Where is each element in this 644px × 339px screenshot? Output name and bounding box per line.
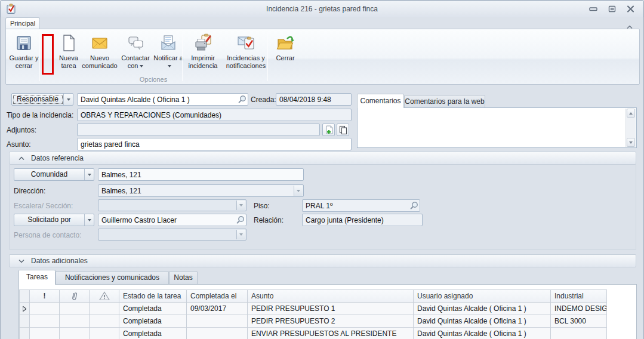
cell-asunto: PEDIR PRESUPUESTO 2: [248, 315, 414, 328]
cell-industrial: BCL 3000: [551, 315, 607, 328]
cell-usuario: David Quintas Alcalde ( Oficina 1 ): [414, 328, 551, 339]
column-header-completada[interactable]: Completada el: [187, 290, 248, 303]
envelope-icon: [90, 33, 109, 53]
section-title: Datos adicionales: [31, 257, 88, 265]
comunidad-split-button[interactable]: Comunidad: [14, 168, 94, 181]
scroll-up-icon[interactable]: [627, 109, 635, 118]
chevron-down-icon[interactable]: [19, 259, 24, 263]
comentarios-textarea[interactable]: [357, 107, 637, 148]
cell-estado: Completada: [119, 328, 187, 339]
window-controls: [588, 5, 635, 13]
ribbon: Guardar y cerrar Nueva tarea Nuevo comun…: [5, 29, 640, 85]
minimize-icon[interactable]: [588, 5, 598, 13]
column-header-asunto[interactable]: Asunto: [248, 290, 414, 303]
chevron-down-icon: [168, 65, 171, 67]
cell-estado: Completada: [119, 303, 187, 315]
cell-asunto: ENVIAR PRESUPUESTOS AL PRESIDENTE: [248, 328, 414, 339]
ribbon-group-separator: [267, 32, 268, 81]
chevron-down-icon[interactable]: [294, 186, 303, 196]
print-incident-button[interactable]: Imprimir incidencia: [185, 32, 221, 76]
direccion-label: Dirección:: [14, 187, 45, 195]
cell-completada: [187, 315, 248, 328]
restore-icon[interactable]: [607, 5, 617, 13]
search-magnifier-icon[interactable]: [236, 215, 245, 225]
save-and-close-button[interactable]: Guardar y cerrar: [7, 32, 41, 76]
print-icon: [193, 33, 212, 53]
escalera-label: Escalera/ Sección:: [14, 202, 73, 210]
new-task-button[interactable]: Nueva tarea: [55, 32, 82, 76]
column-header-usuario[interactable]: Usuario asignado: [414, 290, 551, 303]
cell-usuario: David Quintas Alcalde ( Oficina 1 ): [414, 315, 551, 328]
piso-field[interactable]: PRAL 1º: [302, 199, 420, 212]
close-form-button[interactable]: Cerrar: [271, 32, 300, 76]
piso-label: Piso:: [254, 202, 270, 210]
search-magnifier-icon[interactable]: [409, 201, 418, 211]
relacion-field[interactable]: Cargo junta (Presidente): [302, 214, 423, 226]
ribbon-tab-principal[interactable]: Principal: [5, 17, 40, 29]
tipo-incidencia-label: Tipo de la incidencia:: [7, 111, 73, 119]
table-row[interactable]: Completada ENVIAR PRESUPUESTOS AL PRESID…: [20, 328, 607, 339]
save-floppy-icon: [14, 33, 33, 53]
chat-bubbles-icon: [126, 33, 145, 53]
solicitado-por-split-button[interactable]: Solicitado por: [14, 214, 94, 226]
table-header-row: ! Estado de la tarea Completada el Asunt…: [20, 290, 607, 303]
cell-industrial: [551, 328, 607, 339]
scroll-down-icon[interactable]: [627, 138, 635, 147]
section-datos-adicionales[interactable]: Datos adicionales: [9, 254, 636, 267]
creada-field: 08/04/2018 9:48: [276, 93, 352, 106]
creada-label: Creada:: [251, 95, 276, 104]
chevron-down-icon[interactable]: [64, 94, 73, 105]
tasks-table: ! Estado de la tarea Completada el Asunt…: [19, 289, 607, 339]
clipboard-check-app-icon: [6, 4, 17, 14]
chevron-down-icon[interactable]: [85, 214, 94, 226]
incident-window: Incidencia 216 - grietas pared finca Pri…: [0, 0, 644, 339]
tab-comentarios-web[interactable]: Comentarios para la web: [404, 95, 485, 108]
column-header-estado[interactable]: Estado de la tarea: [119, 290, 187, 303]
table-row[interactable]: Completada PEDIR PRESUPUESTO 2 David Qui…: [20, 315, 607, 328]
contact-with-button[interactable]: Contactar con: [118, 32, 153, 76]
priority-column-header[interactable]: !: [30, 290, 60, 303]
ribbon-separator: [182, 32, 183, 81]
annotation-red-rectangle: [42, 34, 54, 75]
section-datos-referencia[interactable]: Datos referencia: [9, 152, 636, 165]
direccion-combo[interactable]: Balmes, 121: [98, 184, 304, 197]
tab-notificaciones-comunicados[interactable]: Notificaciones y comunicados: [56, 271, 169, 285]
titlebar: Incidencia 216 - grietas pared finca: [1, 1, 643, 17]
ribbon-group-separator: [39, 32, 40, 81]
new-communication-button[interactable]: Nuevo comunicado: [81, 32, 118, 76]
responsable-field[interactable]: David Quintas Alcalde ( Oficina 1 ): [77, 93, 248, 106]
asunto-label: Asunto:: [7, 140, 31, 149]
cell-industrial: INDEMO DESIGN: [551, 303, 607, 315]
copy-attachment-button[interactable]: [337, 124, 349, 136]
close-icon[interactable]: [625, 5, 635, 13]
escalera-combo: [98, 199, 246, 211]
chevron-down-icon: [236, 230, 245, 239]
asunto-field[interactable]: grietas pared finca: [77, 138, 352, 150]
search-magnifier-icon[interactable]: [238, 95, 246, 104]
notify-to-button[interactable]: Notificar a: [153, 32, 184, 76]
tipo-incidencia-field[interactable]: OBRAS Y REPARACIONES (Comunidades): [77, 109, 352, 121]
comments-scrollbar[interactable]: [625, 109, 636, 147]
responsable-split-button[interactable]: Responsable: [11, 93, 73, 106]
comunidad-field[interactable]: Balmes, 121: [98, 168, 304, 181]
solicitado-por-field[interactable]: Guillermo Castro Llacer: [98, 214, 246, 226]
tab-tareas[interactable]: Tareas: [19, 270, 56, 285]
cell-asunto: PEDIR PRESUPUESTO 1: [248, 303, 414, 315]
attachment-column-header[interactable]: [60, 290, 90, 303]
tareas-tab-page: ! Estado de la tarea Completada el Asunt…: [19, 284, 637, 339]
table-row[interactable]: Completada 09/03/2017 PEDIR PRESUPUESTO …: [20, 303, 607, 315]
alert-column-header[interactable]: [90, 290, 119, 303]
tab-comentarios[interactable]: Comentarios: [357, 94, 404, 108]
paperclip-icon: [70, 291, 79, 301]
adjuntos-field[interactable]: [77, 124, 320, 136]
tab-notas[interactable]: Notas: [169, 271, 198, 285]
cell-estado: Completada: [119, 315, 187, 328]
column-header-industrial[interactable]: Industrial: [551, 290, 607, 303]
persona-contacto-combo: [98, 229, 246, 241]
chevron-up-icon[interactable]: [19, 156, 24, 161]
row-arrow-icon: [23, 306, 26, 312]
warning-icon: [99, 291, 110, 301]
chevron-down-icon[interactable]: [85, 169, 94, 180]
incidents-notifications-button[interactable]: Incidencias y notificaciones: [221, 32, 271, 76]
add-attachment-button[interactable]: [322, 124, 335, 136]
